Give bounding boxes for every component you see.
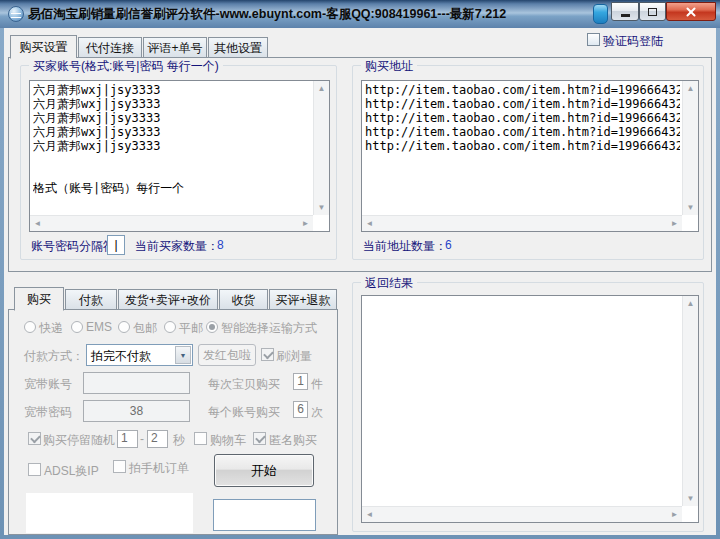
maximize-button[interactable] bbox=[639, 2, 666, 21]
payment-method-value: 拍完不付款 bbox=[91, 348, 151, 365]
radio-free-shipping-label: 包邮 bbox=[133, 320, 157, 337]
tab-comments-numbers[interactable]: 评语+单号 bbox=[143, 37, 207, 58]
payment-method-label: 付款方式： bbox=[24, 348, 84, 365]
tab-other-settings[interactable]: 其他设置 bbox=[208, 37, 268, 58]
broadband-account-label: 宽带账号 bbox=[24, 376, 72, 393]
scroll-down-icon[interactable]: ▼ bbox=[314, 200, 329, 215]
verify-login-checkbox[interactable] bbox=[587, 33, 600, 46]
stay-to-input[interactable]: 2 bbox=[147, 430, 168, 448]
horizontal-scrollbar[interactable]: ◄ ► bbox=[30, 215, 313, 231]
application-window: 易佰淘宝刷销量刷信誉刷评分软件-www.ebuynt.com-客服QQ:9084… bbox=[0, 0, 720, 539]
mobile-order-checkbox[interactable] bbox=[113, 460, 126, 473]
buy-tab-page: 快递 EMS 包邮 平邮 智能选择运输方式 付款方式： 拍完不付款 ▼ 发红包啦… bbox=[8, 309, 338, 535]
red-packet-button[interactable]: 发红包啦 bbox=[198, 344, 256, 366]
tab-payment-link[interactable]: 代付连接 bbox=[78, 37, 142, 58]
stay-separator: - bbox=[140, 432, 144, 446]
radio-surface-mail-label: 平邮 bbox=[179, 320, 203, 337]
address-count-label: 当前地址数量： bbox=[363, 238, 447, 255]
radio-express[interactable] bbox=[24, 321, 36, 333]
maximize-icon bbox=[648, 8, 657, 16]
result-group: 返回结果 ▲ ▼ ◄ ► bbox=[352, 282, 704, 532]
title-bar: 易佰淘宝刷销量刷信誉刷评分软件-www.ebuynt.com-客服QQ:9084… bbox=[0, 0, 720, 28]
stay-from-input[interactable]: 1 bbox=[117, 430, 138, 448]
per-item-input[interactable]: 1 bbox=[293, 373, 308, 390]
vertical-scrollbar[interactable]: ▲ ▼ bbox=[682, 81, 698, 215]
payment-method-dropdown[interactable]: 拍完不付款 ▼ bbox=[86, 344, 193, 366]
start-button[interactable]: 开始 bbox=[214, 454, 314, 487]
per-account-unit: 次 bbox=[311, 404, 323, 421]
client-area: 验证码登陆 购买设置 代付连接 评语+单号 其他设置 买家账号(格式:账号|密码… bbox=[4, 28, 716, 535]
buyer-accounts-textarea[interactable]: 六月萧邦wxj|jsy3333 六月萧邦wxj|jsy3333 六月萧邦wxj|… bbox=[29, 80, 330, 232]
app-globe-icon bbox=[8, 6, 24, 22]
broadband-password-input[interactable]: 38 bbox=[83, 400, 190, 422]
captcha-input[interactable] bbox=[213, 499, 316, 531]
broadband-password-label: 宽带密码 bbox=[24, 404, 72, 421]
minimize-icon bbox=[621, 14, 630, 17]
verify-login-label: 验证码登陆 bbox=[603, 33, 663, 50]
chevron-down-icon[interactable]: ▼ bbox=[175, 346, 191, 364]
result-textarea[interactable]: ▲ ▼ ◄ ► bbox=[361, 295, 699, 523]
scroll-right-icon[interactable]: ► bbox=[298, 216, 313, 231]
stay-unit: 秒 bbox=[173, 432, 185, 449]
scroll-down-icon[interactable]: ▼ bbox=[683, 200, 698, 215]
scroll-up-icon[interactable]: ▲ bbox=[683, 296, 698, 311]
radio-free-shipping[interactable] bbox=[118, 321, 130, 333]
per-account-label: 每个账号购买 bbox=[208, 404, 280, 421]
scroll-right-icon[interactable]: ► bbox=[667, 216, 682, 231]
brush-views-label: 刷浏量 bbox=[276, 348, 312, 365]
cart-label: 购物车 bbox=[210, 432, 246, 449]
tab-ship-rate-reprice[interactable]: 发货+卖评+改价 bbox=[118, 289, 218, 310]
buyer-count-label: 当前买家数量： bbox=[135, 238, 219, 255]
adsl-label: ADSL换IP bbox=[44, 463, 99, 480]
broadband-account-input[interactable] bbox=[83, 372, 190, 394]
radio-ems[interactable] bbox=[71, 321, 83, 333]
mobile-order-label: 拍手机订单 bbox=[129, 460, 189, 477]
radio-surface-mail[interactable] bbox=[164, 321, 176, 333]
purchase-address-group: 购买地址 http://item.taobao.com/item.htm?id=… bbox=[352, 65, 704, 260]
tab-review-refund[interactable]: 买评+退款 bbox=[269, 289, 337, 310]
stay-random-label: 购买停留随机 bbox=[43, 432, 115, 449]
window-title: 易佰淘宝刷销量刷信誉刷评分软件-www.ebuynt.com-客服QQ:9084… bbox=[28, 6, 506, 23]
horizontal-scrollbar[interactable]: ◄ ► bbox=[362, 506, 682, 522]
scroll-left-icon[interactable]: ◄ bbox=[362, 507, 377, 522]
purchase-address-caption: 购买地址 bbox=[361, 58, 417, 75]
scroll-down-icon[interactable]: ▼ bbox=[683, 491, 698, 506]
buyer-count-value: 8 bbox=[217, 238, 224, 252]
anonymous-label: 匿名购买 bbox=[269, 432, 317, 449]
radio-smart-shipping[interactable] bbox=[206, 321, 218, 333]
result-caption: 返回结果 bbox=[361, 275, 417, 292]
radio-smart-shipping-label: 智能选择运输方式 bbox=[221, 320, 317, 337]
per-item-unit: 件 bbox=[311, 376, 323, 393]
buyer-accounts-group: 买家账号(格式:账号|密码 每行一个) 六月萧邦wxj|jsy3333 六月萧邦… bbox=[20, 65, 337, 260]
horizontal-scrollbar[interactable]: ◄ ► bbox=[362, 215, 682, 231]
buyer-accounts-caption: 买家账号(格式:账号|密码 每行一个) bbox=[29, 58, 223, 75]
scroll-up-icon[interactable]: ▲ bbox=[683, 81, 698, 96]
tab-pay[interactable]: 付款 bbox=[65, 289, 117, 310]
radio-ems-label: EMS bbox=[86, 320, 112, 334]
per-item-label: 每次宝贝购买 bbox=[208, 376, 280, 393]
scroll-right-icon[interactable]: ► bbox=[667, 507, 682, 522]
anonymous-checkbox[interactable] bbox=[253, 432, 266, 445]
captcha-image-box bbox=[26, 493, 193, 533]
tab-receive[interactable]: 收货 bbox=[219, 289, 268, 310]
minimize-button[interactable] bbox=[611, 2, 639, 21]
vertical-scrollbar[interactable]: ▲ ▼ bbox=[313, 81, 329, 215]
tab-buy[interactable]: 购买 bbox=[14, 287, 64, 311]
address-count-value: 6 bbox=[445, 238, 452, 252]
cart-checkbox[interactable] bbox=[194, 432, 207, 445]
scroll-left-icon[interactable]: ◄ bbox=[362, 216, 377, 231]
close-button[interactable] bbox=[666, 2, 716, 21]
brush-views-checkbox[interactable] bbox=[261, 348, 274, 361]
adsl-checkbox[interactable] bbox=[28, 463, 41, 476]
tab-purchase-settings[interactable]: 购买设置 bbox=[10, 35, 77, 59]
scroll-up-icon[interactable]: ▲ bbox=[314, 81, 329, 96]
per-account-input[interactable]: 6 bbox=[293, 401, 308, 418]
radio-express-label: 快递 bbox=[39, 320, 63, 337]
purchase-address-textarea[interactable]: http://item.taobao.com/item.htm?id=19966… bbox=[361, 80, 699, 232]
stay-random-checkbox[interactable] bbox=[28, 432, 41, 445]
separator-input[interactable]: | bbox=[107, 235, 125, 255]
vertical-scrollbar[interactable]: ▲ ▼ bbox=[682, 296, 698, 506]
skin-vase-icon[interactable] bbox=[593, 4, 608, 24]
scroll-left-icon[interactable]: ◄ bbox=[30, 216, 45, 231]
